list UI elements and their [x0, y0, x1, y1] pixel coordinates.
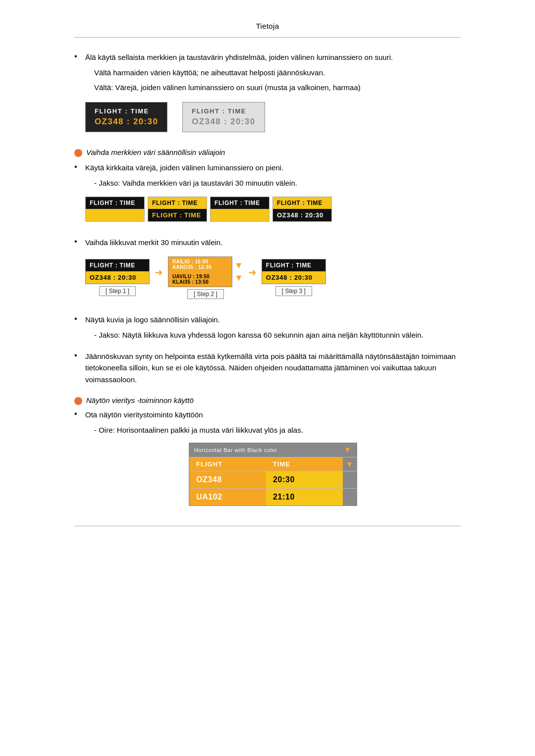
arrow-1-icon: ➜ — [155, 266, 163, 278]
step3-row1: FLIGHT : TIME — [262, 259, 325, 271]
bullet1-sub2: Vältä: Värejä, joiden välinen luminanssi… — [94, 82, 461, 93]
step2-row2: UAVILU : 19:50KLAI35 : 13:50 — [168, 272, 232, 287]
content-block-2: Käytä kirkkaita värejä, joiden välinen l… — [85, 162, 461, 230]
step2-label: [ Step 2 ] — [187, 289, 224, 299]
flight-examples: FLIGHT : TIME OZ348 : 20:30 FLIGHT : TIM… — [85, 102, 461, 132]
step2-down-arrow-2: ▼ — [234, 273, 243, 283]
bullet4-sub1: - Jakso: Näytä liikkuva kuva yhdessä log… — [94, 329, 461, 341]
ci-box-2: FLIGHT : TIME FLIGHT : TIME — [148, 197, 207, 222]
content-block-3: Vaihda liikkuvat merkit 30 minuutin väle… — [85, 237, 461, 306]
bullet1-sub1: Vältä harmaiden värien käyttöä; ne aiheu… — [94, 67, 461, 78]
bullet-icon-2: • — [74, 162, 85, 171]
scroll-row-2: UA102 21:10 — [189, 488, 357, 505]
scroll-row1-col2: 20:30 — [266, 471, 343, 488]
scroll-col-time: TIME — [266, 457, 343, 471]
content-block-4: Näytä kuvia ja logo säännöllisin väliajo… — [85, 314, 461, 344]
ci-box2-row2: FLIGHT : TIME — [148, 209, 207, 221]
scroll-row1-spacer — [343, 471, 357, 488]
bullet2-text: Käytä kirkkaita värejä, joiden välinen l… — [85, 162, 461, 173]
bullet-icon-6: • — [74, 409, 85, 418]
flight-box-dark: FLIGHT : TIME OZ348 : 20:30 — [85, 102, 167, 132]
ci-box3-row2: OZ348 : 20:30 — [211, 209, 269, 221]
step-1: FLIGHT : TIME OZ348 : 20:30 [ Step 1 ] — [85, 259, 150, 296]
ci-box4-row1: FLIGHT : TIME — [273, 197, 331, 209]
step2-row1: RAILIO : 16:00AANO35 : 12:35 — [168, 257, 232, 272]
bullet4-sub: - Jakso: Näytä liikkuva kuva yhdessä log… — [94, 329, 461, 341]
list-item-5: • Jäännöskuvan synty on helpointa estää … — [74, 351, 461, 389]
scroll-col-flight: FLIGHT — [189, 457, 266, 471]
content-block-6: Ota näytön vieritystoiminto käyttöön - O… — [85, 409, 461, 506]
ci-box2-row1: FLIGHT : TIME — [148, 197, 207, 209]
bullet3-text: Vaihda liikkuvat merkit 30 minuutin väle… — [85, 237, 461, 248]
flight-box-dark-row1: FLIGHT : TIME — [95, 107, 158, 115]
bullet-icon-4: • — [74, 314, 85, 323]
scroll-demo: Horizontal Bar with Black color ▼ FLIGHT… — [189, 443, 357, 506]
step-2: RAILIO : 16:00AANO35 : 12:35 UAVILU : 19… — [168, 256, 243, 299]
flight-box-light-row1: FLIGHT : TIME — [192, 107, 255, 115]
step1-box: FLIGHT : TIME OZ348 : 20:30 — [85, 259, 150, 284]
scroll-row2-spacer — [343, 489, 357, 505]
bullet5-text: Jäännöskuvan synty on helpointa estää ky… — [85, 351, 461, 385]
list-item-6: • Ota näytön vieritystoiminto käyttöön -… — [74, 409, 461, 506]
ci-box-4: FLIGHT : TIME OZ348 : 20:30 — [272, 197, 332, 222]
step3-label: [ Step 3 ] — [275, 286, 312, 296]
bottom-rule — [74, 526, 461, 526]
bullet6-sub: - Oire: Horisontaalinen palkki ja musta … — [94, 424, 461, 436]
step2-box: RAILIO : 16:00AANO35 : 12:35 UAVILU : 19… — [168, 256, 232, 287]
scroll-col-headers: FLIGHT TIME ▼ — [189, 457, 357, 471]
content-block-1: Älä käytä sellaista merkkien ja taustavä… — [85, 51, 461, 141]
scroll-row2-col1: UA102 — [189, 489, 266, 505]
orange-item-1: Vaihda merkkien väri säännöllisin väliaj… — [74, 148, 461, 157]
arrow-2-icon: ➜ — [248, 266, 257, 278]
scroll-down-arrow-header: ▼ — [344, 446, 352, 454]
bullet2-sub: - Jakso: Vaihda merkkien väri ja taustav… — [94, 177, 461, 189]
scroll-demo-container: Horizontal Bar with Black color ▼ FLIGHT… — [85, 443, 461, 506]
scroll-row-1: OZ348 20:30 — [189, 471, 357, 488]
scroll-row1-col1: OZ348 — [189, 471, 266, 488]
orange-item2-text: Näytön vieritys -toiminnon käyttö — [86, 396, 194, 404]
orange-item1-text: Vaihda merkkien väri säännöllisin väliaj… — [86, 148, 225, 156]
content-block-5: Jäännöskuvan synty on helpointa estää ky… — [85, 351, 461, 389]
step3-box: FLIGHT : TIME OZ348 : 20:30 — [262, 259, 326, 284]
bullet6-text: Ota näytön vieritystoiminto käyttöön — [85, 409, 461, 420]
list-item-3: • Vaihda liikkuvat merkit 30 minuutin vä… — [74, 237, 461, 306]
flight-box-dark-row2: OZ348 : 20:30 — [95, 117, 158, 127]
step1-row2: OZ348 : 20:30 — [86, 271, 149, 284]
scroll-header: Horizontal Bar with Black color ▼ — [189, 443, 357, 457]
step-3: FLIGHT : TIME OZ348 : 20:30 [ Step 3 ] — [262, 259, 326, 296]
scroll-col-arrow: ▼ — [343, 457, 357, 471]
list-item-2: • Käytä kirkkaita värejä, joiden välinen… — [74, 162, 461, 230]
list-item-4: • Näytä kuvia ja logo säännöllisin välia… — [74, 314, 461, 344]
scroll-header-label: Horizontal Bar with Black color — [194, 447, 277, 453]
bullet2-sub1: - Jakso: Vaihda merkkien väri ja taustav… — [94, 177, 461, 189]
bullet-icon-5: • — [74, 351, 85, 360]
scroll-row2-col2: 21:10 — [266, 489, 343, 505]
step1-label: [ Step 1 ] — [99, 286, 136, 296]
bullet1-sub: Vältä harmaiden värien käyttöä; ne aiheu… — [94, 67, 461, 93]
flight-box-light-row2: OZ348 : 20:30 — [192, 117, 255, 127]
orange-item-2: Näytön vieritys -toiminnon käyttö — [74, 396, 461, 405]
ci-box-1: FLIGHT : TIME OZ348 : 20:30 — [85, 197, 145, 222]
step2-down-arrow-1: ▼ — [234, 260, 243, 271]
step-diagram: FLIGHT : TIME OZ348 : 20:30 [ Step 1 ] ➜… — [85, 256, 461, 299]
page-title: Tietoja — [74, 15, 461, 38]
bullet1-text: Älä käytä sellaista merkkien ja taustavä… — [85, 51, 461, 63]
step1-row1: FLIGHT : TIME — [86, 259, 149, 271]
ci-box1-row2: OZ348 : 20:30 — [86, 209, 144, 221]
color-interval-row: FLIGHT : TIME OZ348 : 20:30 FLIGHT : TIM… — [85, 197, 461, 222]
list-item-1: • Älä käytä sellaista merkkien ja tausta… — [74, 51, 461, 141]
ci-box3-row1: FLIGHT : TIME — [211, 197, 269, 209]
ci-box-3: FLIGHT : TIME OZ348 : 20:30 — [210, 197, 269, 222]
flight-box-light: FLIGHT : TIME OZ348 : 20:30 — [182, 102, 265, 132]
ci-box4-row2: OZ348 : 20:30 — [273, 209, 331, 221]
bullet6-sub1: - Oire: Horisontaalinen palkki ja musta … — [94, 424, 461, 436]
orange-bullet-icon-1 — [74, 149, 82, 157]
bullet-icon-3: • — [74, 237, 85, 246]
bullet-icon: • — [74, 52, 85, 61]
ci-box1-row1: FLIGHT : TIME — [86, 197, 144, 209]
bullet4-text: Näytä kuvia ja logo säännöllisin väliajo… — [85, 314, 461, 325]
step3-row2: OZ348 : 20:30 — [262, 271, 325, 284]
orange-bullet-icon-2 — [74, 397, 82, 405]
